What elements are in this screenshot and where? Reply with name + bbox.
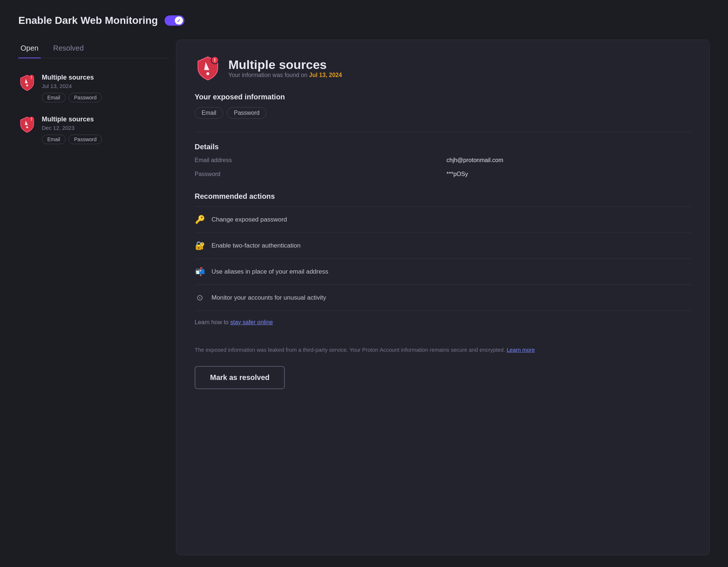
email-value: chjh@protonmail.com [446,157,691,164]
action-monitor-label: Monitor your accounts for unusual activi… [212,294,326,301]
recommended-section: Recommended actions 🔑 Change exposed pas… [195,192,691,334]
breach-tag-email-2: Email [42,135,66,144]
svg-point-3 [26,127,28,128]
svg-text:!: ! [214,57,216,63]
disclaimer-text: The exposed information was leaked from … [195,345,691,354]
breach-item-2[interactable]: ! Multiple sources Dec 12, 2023 Email Pa… [18,109,169,151]
toggle-knob [175,17,183,25]
mark-as-resolved-button[interactable]: Mark as resolved [195,366,285,389]
page-header: Enable Dark Web Monitoring [18,15,710,26]
divider-1 [195,132,691,132]
disclaimer-content: The exposed information was leaked from … [195,347,505,353]
breach-info-1: Multiple sources Jul 13, 2024 Email Pass… [42,74,169,102]
lock-icon: 🔐 [195,241,205,250]
left-panel: Open Resolved ! Multiple sources Jul 13,… [18,40,176,555]
action-2fa-label: Enable two-factor authentication [212,242,301,249]
breach-tag-email-1: Email [42,93,66,102]
breach-info-2: Multiple sources Dec 12, 2023 Email Pass… [42,116,169,144]
action-change-password[interactable]: 🔑 Change exposed password [195,206,691,233]
breach-tags-1: Email Password [42,93,169,102]
alert-icon: ⊙ [195,293,205,303]
shield-alert-icon-large: ! [195,55,221,81]
breach-item-1[interactable]: ! Multiple sources Jul 13, 2024 Email Pa… [18,67,169,109]
svg-text:!: ! [31,117,32,121]
recommended-title: Recommended actions [195,192,691,201]
detail-subtitle: Your information was found on Jul 13, 20… [228,72,342,78]
breach-tag-password-2: Password [69,135,102,144]
svg-point-6 [206,72,209,75]
action-aliases-label: Use aliases in place of your email addre… [212,268,328,275]
detail-title-group: Multiple sources Your information was fo… [228,58,342,78]
key-icon: 🔑 [195,215,205,224]
breach-title-2: Multiple sources [42,116,169,123]
breach-date-1: Jul 13, 2024 [42,83,169,89]
breach-date-2: Dec 12, 2023 [42,125,169,131]
exposed-section-title: Your exposed information [195,93,691,101]
learn-prefix: Learn how to [195,319,230,325]
action-aliases[interactable]: 📬 Use aliases in place of your email add… [195,259,691,285]
breach-title-1: Multiple sources [42,74,169,81]
breach-tags-2: Email Password [42,135,169,144]
mail-icon: 📬 [195,267,205,277]
detail-panel: ! Multiple sources Your information was … [176,40,710,555]
learn-link[interactable]: stay safer online [230,319,273,325]
exposed-tags: Email Password [195,107,691,119]
subtitle-date: Jul 13, 2024 [309,72,342,78]
learn-link-row: Learn how to stay safer online [195,311,691,334]
tabs-bar: Open Resolved [18,40,169,58]
password-label: Password [195,171,439,178]
breach-tag-password-1: Password [69,93,102,102]
shield-alert-icon-1: ! [18,74,36,91]
exposed-tag-password: Password [227,107,266,119]
shield-alert-icon-2: ! [18,116,36,133]
detail-main-title: Multiple sources [228,58,342,72]
exposed-tag-email: Email [195,107,223,119]
tab-resolved[interactable]: Resolved [51,40,86,58]
password-value: ***pOSy [446,171,691,178]
action-monitor[interactable]: ⊙ Monitor your accounts for unusual acti… [195,285,691,311]
action-change-password-label: Change exposed password [212,216,287,223]
detail-header: ! Multiple sources Your information was … [195,55,691,81]
svg-text:!: ! [31,76,32,80]
tab-open[interactable]: Open [18,40,41,58]
details-grid: Email address chjh@protonmail.com Passwo… [195,157,691,178]
disclaimer-learn-more-link[interactable]: Learn more [507,347,535,353]
dark-web-monitoring-toggle[interactable] [165,15,184,26]
toggle-switch[interactable] [165,15,184,26]
main-layout: Open Resolved ! Multiple sources Jul 13,… [18,40,710,555]
details-section-title: Details [195,143,691,151]
email-label: Email address [195,157,439,164]
svg-point-0 [26,85,28,87]
page-title: Enable Dark Web Monitoring [18,15,158,26]
action-2fa[interactable]: 🔐 Enable two-factor authentication [195,233,691,259]
subtitle-prefix: Your information was found on [228,72,309,78]
